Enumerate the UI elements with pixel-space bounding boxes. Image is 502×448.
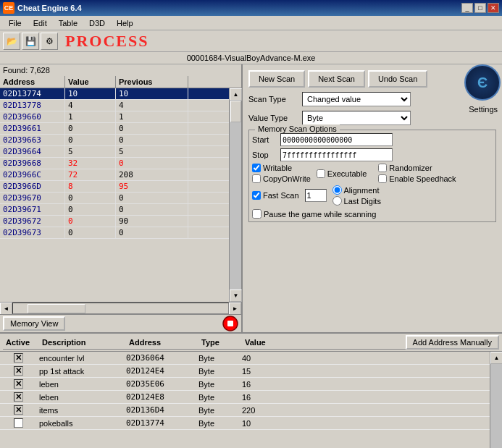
list-item[interactable]: ✕ pp 1st attack 02D124E4 Byte 15 <box>0 365 490 378</box>
desc-cell: leben <box>36 392 123 403</box>
speedhack-checkbox[interactable] <box>378 174 387 183</box>
next-scan-button[interactable]: Next Scan <box>308 70 365 88</box>
lastdigits-radio[interactable] <box>332 196 342 206</box>
close-button[interactable]: ✕ <box>488 3 499 13</box>
list-item[interactable]: ✕ leben 02D124E8 Byte 16 <box>0 391 490 404</box>
start-input[interactable] <box>280 133 393 146</box>
table-row[interactable]: 02D39670 0 0 <box>0 193 229 204</box>
fast-scan-row: Fast Scan Alignment Last Digits <box>252 185 493 206</box>
cell-address: 02D39664 <box>0 146 65 157</box>
active-checkbox[interactable]: ✕ <box>14 379 23 389</box>
list-item[interactable]: ✕ leben 02D35E06 Byte 16 <box>0 378 490 391</box>
copyonwrite-checkbox[interactable] <box>252 174 261 183</box>
pause-checkbox[interactable] <box>252 209 262 219</box>
scroll-track[interactable] <box>230 101 241 289</box>
address-table-area: 02D13774 10 10 02D13778 4 4 02D39660 1 1… <box>0 88 241 302</box>
scroll-left[interactable]: ◄ <box>0 303 12 315</box>
h-scroll-track[interactable] <box>12 303 229 314</box>
menu-help[interactable]: Help <box>111 17 139 29</box>
cell-previous: 10 <box>116 88 188 99</box>
cell-address: 02D3966D <box>0 181 65 192</box>
randomizer-checkbox[interactable] <box>378 164 387 172</box>
address-cell: 02D124E8 <box>123 391 196 403</box>
maximize-button[interactable]: □ <box>474 3 486 13</box>
scroll-up[interactable]: ▲ <box>230 88 242 101</box>
active-cell[interactable] <box>0 417 36 429</box>
menu-edit[interactable]: Edit <box>28 17 53 29</box>
active-cell[interactable]: ✕ <box>0 352 36 364</box>
active-checkbox[interactable]: ✕ <box>14 392 23 402</box>
active-cell[interactable]: ✕ <box>0 404 36 416</box>
randomizer-row: Randomizer <box>378 164 456 172</box>
table-row[interactable]: 02D13774 10 10 <box>0 88 229 100</box>
process-label: PROCESS <box>65 32 148 51</box>
bottom-scroll-track[interactable] <box>490 364 502 448</box>
table-row[interactable]: 02D39664 5 5 <box>0 146 229 158</box>
table-row[interactable]: 02D3966C 72 208 <box>0 169 229 181</box>
left-bottom-bar: Memory View <box>0 314 241 331</box>
open-button[interactable]: 📂 <box>3 33 20 50</box>
menu-table[interactable]: Table <box>53 17 83 29</box>
bottom-table-body: ✕ encounter lvl 02D36064 Byte 40 ✕ pp 1s… <box>0 352 490 448</box>
title-bar-text: Cheat Engine 6.4 <box>17 4 82 12</box>
active-checkbox[interactable] <box>14 418 23 428</box>
executable-checkbox[interactable] <box>317 169 325 178</box>
add-address-button[interactable]: Add Address Manually <box>406 335 499 350</box>
table-row[interactable]: 02D39668 32 0 <box>0 158 229 169</box>
alignment-radio[interactable] <box>332 185 342 195</box>
horizontal-scrollbar[interactable]: ◄ ► <box>0 302 241 314</box>
vertical-scrollbar[interactable]: ▲ ▼ <box>229 88 241 302</box>
stop-input[interactable] <box>280 148 393 161</box>
list-item[interactable]: ✕ encounter lvl 02D36064 Byte 40 <box>0 352 490 365</box>
bottom-scrollbar[interactable]: ▲ ▼ <box>490 352 502 448</box>
active-cell[interactable]: ✕ <box>0 378 36 390</box>
fast-scan-input[interactable] <box>305 189 327 202</box>
table-row[interactable]: 02D39661 0 0 <box>0 123 229 135</box>
col-address: Address <box>126 337 198 347</box>
stop-button[interactable] <box>222 316 238 331</box>
menu-d3d[interactable]: D3D <box>83 17 111 29</box>
table-row[interactable]: 02D39671 0 0 <box>0 204 229 216</box>
table-row[interactable]: 02D39660 1 1 <box>0 111 229 123</box>
list-item[interactable]: pokeballs 02D13774 Byte 10 <box>0 417 490 430</box>
undo-scan-button[interactable]: Undo Scan <box>368 70 427 88</box>
h-scroll-thumb[interactable] <box>28 304 85 313</box>
scroll-right[interactable]: ► <box>229 303 241 315</box>
active-checkbox[interactable]: ✕ <box>14 405 23 415</box>
table-row[interactable]: 02D39663 0 0 <box>0 135 229 146</box>
table-row[interactable]: 02D13778 4 4 <box>0 100 229 111</box>
scan-type-row: Scan Type Changed value Exact value Bigg… <box>248 92 496 106</box>
scan-type-select[interactable]: Changed value Exact value Bigger than Sm… <box>302 92 411 106</box>
cell-address: 02D39661 <box>0 123 65 134</box>
fast-scan-checkbox[interactable] <box>252 191 261 200</box>
copyonwrite-row: CopyOnWrite <box>252 174 311 183</box>
table-row[interactable]: 02D39672 0 90 <box>0 216 229 227</box>
randomizer-label: Randomizer <box>389 164 432 172</box>
cell-address: 02D39668 <box>0 158 65 169</box>
list-item[interactable]: ✕ items 02D136D4 Byte 220 <box>0 404 490 417</box>
scroll-down[interactable]: ▼ <box>230 289 242 302</box>
value-type-select[interactable]: Byte 2 Bytes 4 Bytes Float <box>302 111 411 125</box>
options-checkboxes-row: Writable CopyOnWrite Executable <box>252 164 493 183</box>
active-cell[interactable]: ✕ <box>0 391 36 403</box>
table-row[interactable]: 02D3966D 8 95 <box>0 181 229 193</box>
cell-value: 1 <box>65 111 116 122</box>
active-cell[interactable]: ✕ <box>0 365 36 377</box>
cell-previous: 208 <box>116 169 188 180</box>
writable-checkbox[interactable] <box>252 164 261 172</box>
menu-file[interactable]: File <box>3 17 28 29</box>
address-cell: 02D13774 <box>123 417 196 429</box>
minimize-button[interactable]: _ <box>461 3 473 13</box>
table-row[interactable]: 02D39673 0 0 <box>0 227 229 239</box>
active-checkbox[interactable]: ✕ <box>14 366 23 376</box>
address-table-header: Address Value Previous <box>0 76 241 88</box>
cell-previous: 90 <box>116 216 188 227</box>
bottom-scroll-up[interactable]: ▲ <box>490 352 502 364</box>
settings-button[interactable]: ⚙ <box>41 33 58 50</box>
scroll-thumb[interactable] <box>230 101 241 122</box>
save-button[interactable]: 💾 <box>22 33 39 50</box>
new-scan-button[interactable]: New Scan <box>248 70 305 88</box>
active-checkbox[interactable]: ✕ <box>14 353 23 363</box>
memory-view-button[interactable]: Memory View <box>3 316 65 331</box>
col-value: Value <box>242 337 300 347</box>
